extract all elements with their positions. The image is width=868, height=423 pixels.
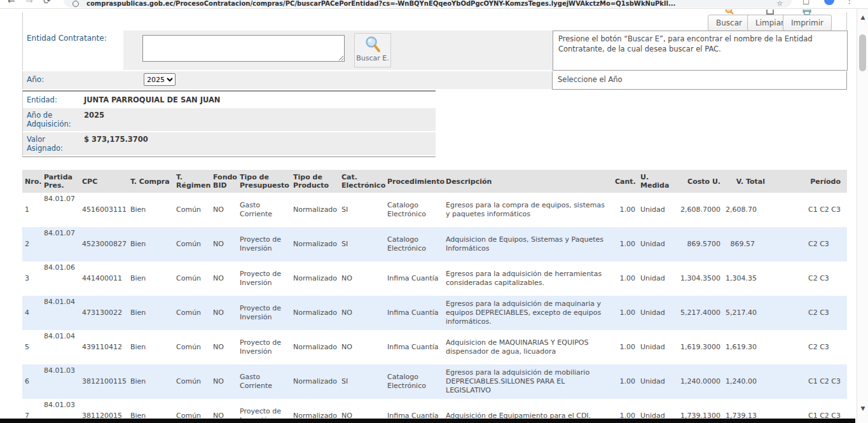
table-cell: Catalogo Electrónico — [385, 227, 443, 261]
table-cell: NO — [339, 261, 385, 296]
table-cell: C2 C3 — [771, 330, 847, 364]
info-label: Entidad: — [23, 93, 80, 107]
entidad-input-cell: Buscar E. — [123, 31, 553, 70]
table-cell: 1,240.00 — [723, 364, 771, 399]
table-cell: Común — [174, 227, 210, 261]
table-cell: 2,608.70 — [723, 193, 771, 227]
table-cell: 1 — [22, 193, 41, 227]
table-cell: Normalizado — [291, 364, 339, 399]
table-cell: 1.00 — [612, 193, 638, 227]
table-cell: 5,217.40 — [723, 296, 771, 330]
table-cell: 1.00 — [612, 330, 638, 364]
table-cell: 1,240.0000 — [672, 364, 723, 399]
table-cell: NO — [339, 296, 385, 330]
table-cell: 84.01.07 — [41, 193, 79, 227]
table-cell: Egresos para la adquisición de mobiliari… — [443, 364, 612, 399]
buscar-button[interactable]: Buscar — [708, 15, 750, 31]
table-header-row: Nro.Partida Pres.CPCT. CompraT. RégimenF… — [22, 170, 847, 193]
table-cell: Unidad — [638, 296, 672, 330]
column-header: Procedimiento — [385, 170, 443, 193]
pac-search-page: Buscar Limpiar Imprimir Entidad Cont — [0, 9, 857, 423]
table-cell: 1,619.30 — [723, 330, 771, 364]
table-cell: Bien — [128, 227, 174, 261]
clear-page-icon — [766, 10, 775, 16]
column-header: Cant. — [612, 170, 638, 193]
bookmark-star-icon[interactable]: ☆ — [776, 0, 783, 8]
entity-info-table: Entidad:JUNTA PARROQUIAL DE SAN JUANAño … — [23, 92, 436, 156]
table-cell: Bien — [128, 296, 174, 330]
table-cell: Proyecto de Inversión — [237, 261, 291, 296]
table-cell: 3 — [22, 261, 41, 296]
table-cell: 473130022 — [79, 296, 128, 330]
table-cell: Infima Cuantía — [385, 296, 443, 330]
vertical-scrollbar[interactable]: ▲ ▼ — [857, 9, 868, 423]
table-cell: Común — [174, 261, 210, 296]
column-header: Descripción — [443, 170, 612, 193]
table-cell: Infima Cuantía — [385, 330, 443, 364]
entity-info-panel: Entidad:JUNTA PARROQUIAL DE SAN JUANAño … — [22, 90, 436, 157]
table-cell: 2 — [22, 227, 41, 261]
table-cell: Unidad — [638, 364, 672, 399]
table-cell: 1.00 — [612, 261, 638, 296]
table-cell: Gasto Corriente — [237, 193, 291, 227]
table-cell: 869.57 — [723, 227, 771, 261]
column-header: Tipo de Presupuesto — [237, 170, 291, 193]
table-cell: 6 — [22, 364, 41, 399]
site-info-icon[interactable] — [72, 1, 79, 7]
table-cell: NO — [210, 261, 237, 296]
scroll-down-icon[interactable]: ▼ — [857, 405, 868, 412]
table-cell: 441400011 — [79, 261, 128, 296]
table-cell: Bien — [128, 193, 174, 227]
table-cell: NO — [210, 227, 237, 261]
search-icon — [725, 10, 734, 16]
table-cell: 439110412 — [79, 330, 128, 364]
side-panel-icon[interactable]: □ — [803, 0, 809, 5]
column-header: U. Medida — [638, 170, 672, 193]
table-row: 184.01.074516003111BienComúnNOGasto Corr… — [22, 193, 847, 227]
browser-menu-icon[interactable]: ⋮ — [846, 0, 853, 5]
table-cell: Gasto Corriente — [237, 364, 291, 399]
table-cell: C2 C3 — [771, 296, 847, 330]
table-cell: 84.01.03 — [41, 364, 79, 399]
url-bar[interactable]: compraspublicas.gob.ec/ProcesoContrataci… — [64, 0, 792, 8]
table-cell: Bien — [128, 364, 174, 399]
table-cell: C1 C2 C3 — [771, 193, 847, 227]
table-cell: Normalizado — [291, 296, 339, 330]
table-cell: NO — [339, 330, 385, 364]
info-row: Entidad:JUNTA PARROQUIAL DE SAN JUAN — [23, 93, 436, 107]
table-cell: Egresos para la adquisición de herramien… — [443, 261, 612, 296]
table-cell: C2 C3 — [771, 227, 847, 261]
table-cell: 4 — [22, 296, 41, 330]
anio-label: Año: — [27, 75, 44, 84]
imprimir-button[interactable]: Imprimir — [783, 15, 832, 31]
column-header: Costo U. — [672, 170, 723, 193]
table-cell: 4516003111 — [79, 193, 128, 227]
anio-select[interactable]: 2025 — [144, 73, 176, 86]
reload-icon[interactable]: ⟳ — [43, 0, 51, 6]
table-cell: Normalizado — [291, 193, 339, 227]
table-cell: Adquisicion de MAQUINARIAS Y EQUIPOS dis… — [443, 330, 612, 364]
table-cell: C1 C2 C3 — [771, 364, 847, 399]
forward-icon[interactable]: → — [25, 0, 33, 6]
table-cell: Bien — [128, 330, 174, 364]
table-row: 484.01.04473130022BienComúnNOProyecto de… — [22, 296, 847, 330]
table-cell: Proyecto de Inversión — [237, 330, 291, 364]
entidad-input[interactable] — [142, 35, 345, 62]
column-header: Fondo BID — [210, 170, 237, 193]
table-cell: Egresos para la compra de equipos, siste… — [443, 193, 612, 227]
table-cell: 84.01.04 — [41, 296, 79, 330]
back-icon[interactable]: ← — [8, 0, 15, 6]
table-cell: SI — [339, 227, 385, 261]
scroll-up-icon[interactable]: ▲ — [857, 14, 868, 20]
table-cell: Común — [174, 296, 210, 330]
url-text[interactable]: compraspublicas.gob.ec/ProcesoContrataci… — [86, 0, 761, 7]
table-row: 684.01.033812100115BienComúnNOGasto Corr… — [22, 364, 847, 399]
anio-row: Año: 2025 — [22, 71, 552, 89]
table-cell: 84.01.06 — [41, 261, 79, 296]
bottom-clip-bar — [0, 419, 855, 423]
column-header: Tipo de Producto — [291, 170, 339, 193]
buscar-entidad-button[interactable]: Buscar E. — [354, 33, 391, 67]
profile-avatar[interactable] — [824, 0, 834, 5]
table-cell: NO — [210, 364, 237, 399]
scrollbar-thumb[interactable] — [859, 34, 866, 71]
